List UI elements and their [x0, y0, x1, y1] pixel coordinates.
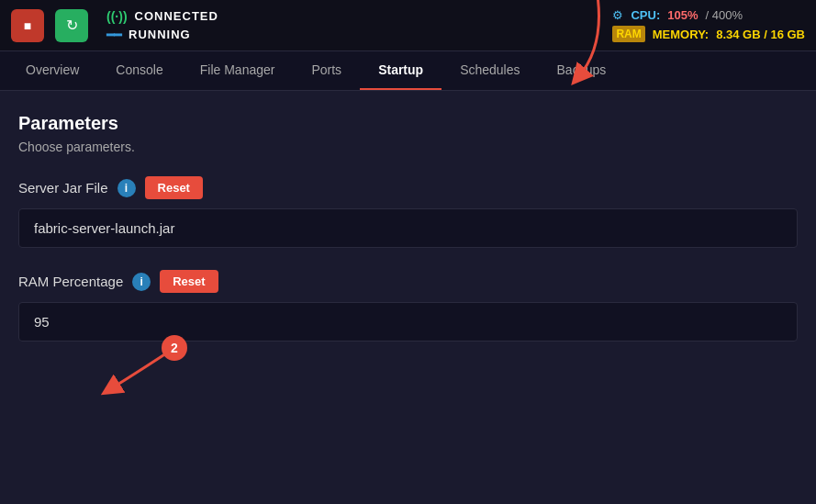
cpu-value: 105% — [667, 8, 698, 22]
memory-resource: RAM MEMORY: 8.34 GB / 16 GB — [612, 26, 805, 42]
nav-tabs: Overview Console File Manager Ports Star… — [0, 51, 816, 91]
annotation-2: 2 — [83, 339, 202, 407]
status-group: ((·)) CONNECTED ━━ RUNNING — [106, 9, 218, 42]
restart-icon: ↻ — [66, 17, 78, 34]
cpu-label: CPU: — [631, 8, 660, 22]
ram-icon: RAM — [612, 26, 644, 42]
server-jar-label: Server Jar File — [18, 180, 108, 196]
ram-input[interactable] — [18, 302, 798, 342]
server-jar-input[interactable] — [18, 208, 798, 248]
resource-group: ⚙ CPU: 105% / 400% RAM MEMORY: 8.34 GB /… — [612, 8, 805, 42]
server-jar-field-row: Server Jar File i Reset — [18, 176, 798, 199]
tab-console[interactable]: Console — [97, 51, 181, 90]
tab-file-manager[interactable]: File Manager — [182, 51, 294, 90]
tab-startup[interactable]: Startup — [360, 51, 442, 90]
tab-backups[interactable]: Backups — [539, 51, 625, 90]
cpu-resource: ⚙ CPU: 105% / 400% — [612, 8, 805, 22]
ram-label: RAM Percentage — [18, 274, 123, 289]
page-title: Parameters — [18, 113, 798, 134]
memory-label: MEMORY: — [653, 28, 709, 41]
running-label: RUNNING — [129, 28, 191, 41]
cpu-separator: / 400% — [705, 8, 742, 22]
tab-schedules[interactable]: Schedules — [442, 51, 538, 90]
server-jar-info-icon[interactable]: i — [117, 179, 136, 197]
running-icon: ━━ — [106, 28, 121, 42]
tab-overview[interactable]: Overview — [7, 51, 97, 90]
wifi-icon: ((·)) — [106, 9, 128, 24]
ram-field-row: RAM Percentage i Reset — [18, 270, 798, 293]
main-content: Parameters Choose parameters. Server Jar… — [0, 91, 816, 364]
page-subtitle: Choose parameters. — [18, 140, 798, 154]
ram-info-icon[interactable]: i — [132, 273, 151, 291]
running-status: ━━ RUNNING — [106, 28, 218, 42]
cpu-icon: ⚙ — [612, 8, 623, 22]
stop-icon: ■ — [24, 18, 31, 33]
restart-button[interactable]: ↻ — [55, 9, 88, 42]
tab-ports[interactable]: Ports — [293, 51, 360, 90]
top-bar: ■ ↻ ((·)) CONNECTED ━━ RUNNING ⚙ CPU: 10… — [0, 0, 816, 51]
ram-reset-button[interactable]: Reset — [160, 270, 218, 293]
memory-value: 8.34 GB / 16 GB — [716, 28, 805, 41]
connected-status: ((·)) CONNECTED — [106, 9, 218, 24]
stop-button[interactable]: ■ — [11, 9, 44, 42]
connected-label: CONNECTED — [135, 9, 218, 23]
server-jar-reset-button[interactable]: Reset — [145, 176, 203, 199]
arrow-2-svg — [83, 339, 202, 403]
